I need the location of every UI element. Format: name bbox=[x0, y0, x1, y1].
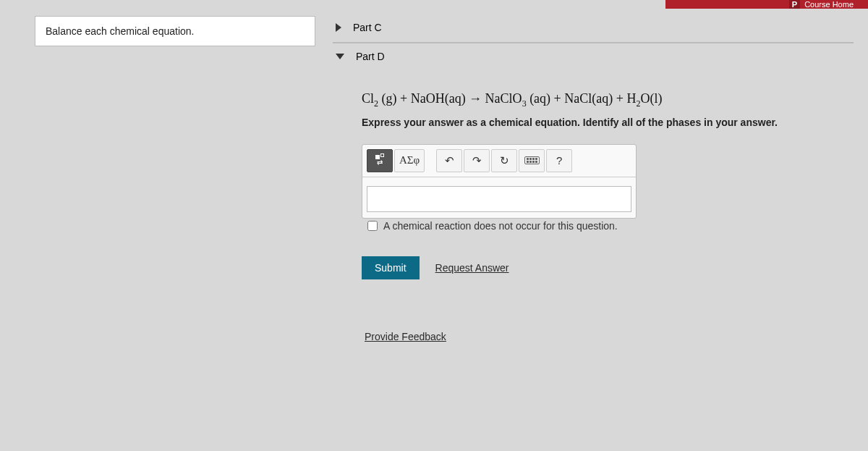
action-row: Submit Request Answer bbox=[362, 256, 851, 279]
undo-button[interactable]: ↶ bbox=[436, 149, 462, 172]
part-d-label: Part D bbox=[356, 51, 385, 62]
question-prompt: Balance each chemical equation. bbox=[46, 25, 194, 37]
greek-symbols-button[interactable]: ΑΣφ bbox=[394, 149, 425, 172]
redo-button[interactable]: ↷ bbox=[464, 149, 490, 172]
part-d-header[interactable]: Part D bbox=[333, 43, 854, 69]
provide-feedback-link[interactable]: Provide Feedback bbox=[365, 331, 446, 342]
reset-button[interactable]: ↻ bbox=[491, 149, 517, 172]
answer-instruction: Express your answer as a chemical equati… bbox=[362, 117, 851, 128]
templates-icon: ⇄ bbox=[375, 155, 384, 166]
keyboard-button[interactable] bbox=[519, 149, 545, 172]
answer-input-frame: ⇄ ΑΣφ ↶ ↷ ↻ ? bbox=[362, 144, 637, 219]
no-reaction-row[interactable]: A chemical reaction does not occur for t… bbox=[362, 219, 723, 240]
course-home-link[interactable]: Course Home bbox=[804, 0, 854, 9]
no-reaction-label: A chemical reaction does not occur for t… bbox=[383, 220, 618, 232]
top-bar: P Course Home bbox=[665, 0, 868, 9]
brand-badge: P bbox=[789, 0, 800, 9]
left-instruction-panel: Balance each chemical equation. bbox=[35, 16, 315, 46]
equation-toolbar: ⇄ ΑΣφ ↶ ↷ ↻ ? bbox=[362, 145, 636, 177]
part-c-label: Part C bbox=[353, 22, 382, 33]
right-panel: Part C Part D Cl2 (g) + NaOH(aq) → NaClO… bbox=[333, 14, 854, 350]
submit-button[interactable]: Submit bbox=[362, 256, 420, 279]
templates-button[interactable]: ⇄ bbox=[367, 149, 393, 172]
chemical-equation: Cl2 (g) + NaOH(aq) → NaClO3 (aq) + NaCl(… bbox=[362, 91, 851, 109]
chevron-down-icon bbox=[336, 54, 344, 59]
answer-input[interactable] bbox=[367, 186, 631, 212]
help-button[interactable]: ? bbox=[546, 149, 572, 172]
keyboard-icon bbox=[524, 156, 540, 164]
chevron-right-icon bbox=[336, 23, 341, 32]
part-d-body: Cl2 (g) + NaOH(aq) → NaClO3 (aq) + NaCl(… bbox=[333, 69, 854, 350]
part-c-header[interactable]: Part C bbox=[333, 14, 854, 41]
request-answer-link[interactable]: Request Answer bbox=[435, 262, 509, 274]
provide-feedback-row: Provide Feedback bbox=[365, 330, 851, 343]
no-reaction-checkbox[interactable] bbox=[367, 221, 378, 231]
